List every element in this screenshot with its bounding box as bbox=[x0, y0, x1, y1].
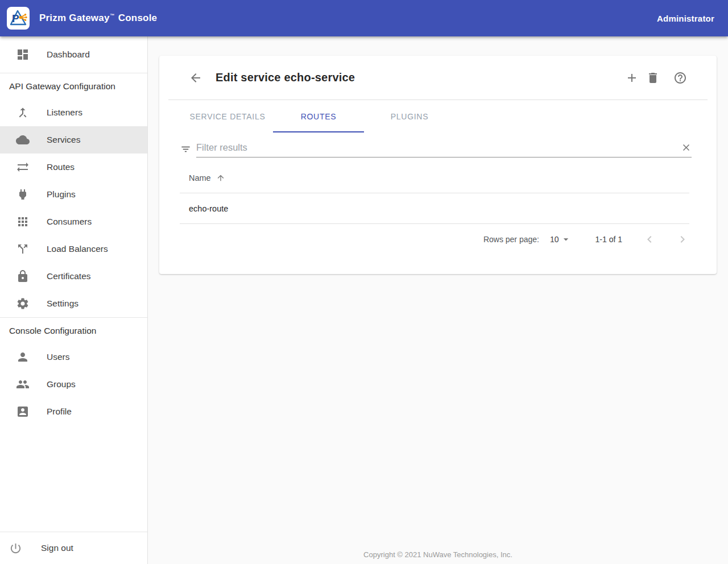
sidebar-item-groups[interactable]: Groups bbox=[0, 371, 147, 398]
sidebar-item-certificates[interactable]: Certificates bbox=[0, 263, 147, 290]
back-button[interactable] bbox=[189, 71, 202, 85]
svg-text:P: P bbox=[12, 13, 19, 24]
sidebar-item-label: Dashboard bbox=[47, 49, 90, 60]
app-bar: P Prizm Gateway™Console Administrator bbox=[0, 0, 728, 36]
account-box-icon bbox=[16, 405, 30, 418]
sign-out-button[interactable]: Sign out bbox=[0, 532, 147, 564]
current-user-label[interactable]: Administrator bbox=[657, 14, 714, 23]
trademark-mark: ™ bbox=[110, 13, 115, 18]
filter-bar bbox=[180, 142, 692, 157]
sidebar-item-dashboard[interactable]: Dashboard bbox=[0, 41, 147, 68]
sidebar-item-label: Listeners bbox=[47, 107, 82, 118]
filter-input[interactable] bbox=[196, 142, 681, 153]
sidebar-item-label: Groups bbox=[47, 379, 76, 389]
routes-table: Name echo-route bbox=[180, 163, 689, 224]
sidebar-item-profile[interactable]: Profile bbox=[0, 398, 147, 425]
dashboard-icon bbox=[16, 48, 30, 61]
sidebar-item-label: Users bbox=[47, 352, 69, 362]
lock-icon bbox=[16, 269, 30, 283]
prizm-logo-icon[interactable]: P bbox=[7, 7, 30, 30]
sidebar-item-users[interactable]: Users bbox=[0, 343, 147, 371]
tab-bar: SERVICE DETAILS ROUTES PLUGINS bbox=[159, 100, 717, 132]
apps-grid-icon bbox=[16, 215, 30, 229]
sidebar-item-label: Profile bbox=[47, 407, 72, 417]
app-title: Prizm Gateway™Console bbox=[39, 13, 157, 24]
next-page-button[interactable] bbox=[676, 233, 689, 246]
gear-icon bbox=[16, 297, 30, 310]
sort-ascending-icon bbox=[216, 173, 225, 183]
rows-per-page-value: 10 bbox=[550, 235, 559, 244]
sidebar-item-services[interactable]: Services bbox=[0, 126, 147, 154]
sidebar-item-label: Plugins bbox=[47, 189, 76, 200]
main-content: Edit service echo-service SERVICE DETAIL… bbox=[148, 36, 728, 564]
filter-field bbox=[196, 142, 692, 157]
sidebar-item-label: Load Balancers bbox=[47, 244, 108, 254]
sidebar-item-label: Consumers bbox=[47, 217, 92, 227]
brand-name: Prizm Gateway bbox=[39, 13, 110, 24]
sidebar-nav: Dashboard API Gateway Configuration List… bbox=[0, 36, 148, 564]
people-icon bbox=[16, 378, 30, 391]
section-header-console-config: Console Configuration bbox=[0, 318, 147, 343]
page-title: Edit service echo-service bbox=[216, 71, 355, 84]
tab-routes[interactable]: ROUTES bbox=[273, 100, 364, 132]
sidebar-item-consumers[interactable]: Consumers bbox=[0, 208, 147, 235]
table-row-echo-route[interactable]: echo-route bbox=[180, 193, 689, 224]
call-split-icon bbox=[16, 242, 30, 256]
copyright-footer: Copyright © 2021 NuWave Technologies, In… bbox=[148, 550, 728, 559]
sidebar-item-listeners[interactable]: Listeners bbox=[0, 99, 147, 126]
rows-per-page-select[interactable]: 10 bbox=[550, 234, 572, 245]
sidebar-item-plugins[interactable]: Plugins bbox=[0, 181, 147, 208]
merge-type-icon bbox=[16, 106, 30, 119]
edit-service-card: Edit service echo-service SERVICE DETAIL… bbox=[159, 56, 717, 274]
previous-page-button[interactable] bbox=[643, 233, 656, 246]
product-name: Console bbox=[118, 13, 157, 24]
sidebar-item-label: Routes bbox=[47, 162, 75, 172]
sidebar-item-label: Services bbox=[47, 135, 80, 145]
sidebar-item-load-balancers[interactable]: Load Balancers bbox=[0, 235, 147, 263]
sidebar-item-routes[interactable]: Routes bbox=[0, 154, 147, 181]
dropdown-arrow-icon bbox=[560, 234, 572, 245]
plug-icon bbox=[16, 188, 30, 201]
route-name-cell: echo-route bbox=[189, 204, 228, 213]
tab-plugins[interactable]: PLUGINS bbox=[364, 100, 455, 132]
tab-service-details[interactable]: SERVICE DETAILS bbox=[182, 100, 273, 132]
cloud-icon bbox=[16, 133, 30, 147]
delete-button[interactable] bbox=[646, 71, 660, 85]
rows-per-page-label: Rows per page: bbox=[483, 235, 539, 244]
sidebar-item-label: Settings bbox=[47, 298, 78, 309]
power-icon bbox=[9, 542, 22, 555]
filter-icon bbox=[180, 144, 191, 155]
help-button[interactable] bbox=[673, 71, 687, 85]
person-icon bbox=[16, 350, 30, 364]
clear-filter-button[interactable] bbox=[681, 142, 692, 153]
section-header-api-gateway: API Gateway Configuration bbox=[0, 73, 147, 99]
pagination-bar: Rows per page: 10 1-1 of 1 bbox=[159, 224, 689, 254]
sign-out-label: Sign out bbox=[41, 543, 73, 553]
card-actions bbox=[625, 71, 687, 85]
column-header-name[interactable]: Name bbox=[180, 163, 689, 193]
column-label: Name bbox=[189, 173, 211, 183]
add-button[interactable] bbox=[625, 71, 639, 85]
sidebar-item-label: Certificates bbox=[47, 271, 91, 281]
swap-arrows-icon bbox=[16, 160, 30, 174]
sidebar-item-settings[interactable]: Settings bbox=[0, 290, 147, 317]
card-header: Edit service echo-service bbox=[159, 56, 717, 99]
pagination-range-label: 1-1 of 1 bbox=[595, 235, 622, 244]
